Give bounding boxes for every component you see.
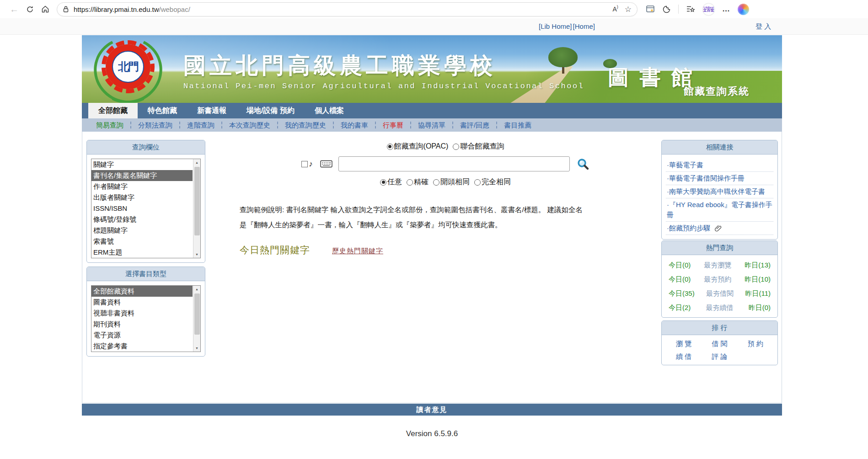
- reader-feedback-bar[interactable]: 讀者意見: [82, 404, 782, 416]
- search-fields-listbox[interactable]: 關鍵字 書刊名/集叢名關鍵字 作者關鍵字 出版者關鍵字 ISSN/ISBN 條碼…: [91, 159, 201, 258]
- main-tabbar: 全部館藏 特色館藏 新書通報 場地/設備 預約 個人檔案: [82, 103, 782, 118]
- scroll-thumb[interactable]: [194, 167, 200, 235]
- tab-personal-file[interactable]: 個人檔案: [305, 103, 354, 118]
- subnav-my-search-history[interactable]: 我的查詢歷史: [278, 122, 334, 128]
- favorites-bar-icon[interactable]: [646, 5, 655, 13]
- login-link[interactable]: 登 入: [755, 22, 771, 31]
- list-item[interactable]: 視聽非書資料: [91, 308, 193, 319]
- search-icon[interactable]: [577, 158, 589, 171]
- subnav-session-history[interactable]: 本次查詢歷史: [222, 122, 278, 128]
- subnav-classification-search[interactable]: 分類法查詢: [131, 122, 180, 128]
- scroll-down-icon[interactable]: ▼: [193, 345, 200, 352]
- today-browse-link[interactable]: 今日(0): [669, 258, 691, 272]
- list-item-selected[interactable]: 書刊名/集叢名關鍵字: [91, 170, 193, 181]
- radio-union-search[interactable]: 聯合館藏查詢: [453, 142, 504, 151]
- today-hot-keywords-link[interactable]: 今日熱門關鍵字: [240, 244, 310, 256]
- list-item-selected[interactable]: 全部館藏資料: [91, 286, 193, 297]
- url-text[interactable]: https://library.pmai.tn.edu.tw/webopac/: [74, 5, 612, 13]
- school-name-english: National Pei-men Senior Agricultural and…: [183, 82, 584, 91]
- related-link-airiti-manual[interactable]: ·華藝電子書借閱操作手冊: [666, 172, 773, 185]
- hot-queries-title: 熱門查詢: [662, 241, 777, 255]
- radio-opac-search[interactable]: 館藏查詢(OPAC): [387, 142, 449, 151]
- rank-renew-link[interactable]: 續 借: [666, 352, 702, 361]
- subnav-calendar[interactable]: 行事曆: [376, 122, 411, 128]
- list-item[interactable]: 出版者關鍵字: [91, 192, 193, 203]
- history-hot-keywords-link[interactable]: 歷史熱門關鍵字: [332, 247, 383, 256]
- rankings-panel: 排 行 瀏 覽 借 閱 預 約 續 借 評 論: [661, 320, 778, 365]
- subnav-simple-search[interactable]: 簡易查詢: [89, 122, 131, 128]
- subnav-advanced-search[interactable]: 進階查詢: [180, 122, 222, 128]
- home-link[interactable]: [Home]: [573, 22, 595, 30]
- yesterday-borrow-link[interactable]: 昨日(11): [745, 286, 771, 300]
- back-icon[interactable]: ←: [6, 2, 22, 16]
- radio-match-identical[interactable]: 完全相同: [474, 177, 511, 187]
- subnav-search-assist-list[interactable]: 協尋清單: [411, 122, 453, 128]
- catalog-system-title: 館藏查詢系統: [684, 85, 750, 98]
- voice-checkbox[interactable]: [301, 161, 308, 167]
- collections-icon[interactable]: [686, 5, 695, 13]
- scrollbar[interactable]: ▲ ▼: [193, 159, 200, 258]
- today-reserve-link[interactable]: 今日(0): [669, 272, 691, 286]
- subnav: 簡易查詢 分類法查詢 進階查詢 本次查詢歷史 我的查詢歷史 我的書車 行事曆 協…: [82, 118, 782, 132]
- tab-new-books[interactable]: 新書通報: [187, 103, 236, 118]
- radio-match-any[interactable]: 任意: [380, 177, 402, 187]
- today-borrow-link[interactable]: 今日(35): [669, 286, 695, 300]
- doc-types-listbox[interactable]: 全部館藏資料 圖書資料 視聽非書資料 期刊資料 電子資源 指定參考書 ▲ ▼: [91, 285, 201, 352]
- yesterday-reserve-link[interactable]: 昨日(10): [745, 272, 771, 286]
- radio-icon[interactable]: [453, 144, 459, 150]
- home-icon[interactable]: [38, 2, 53, 16]
- yesterday-renew-link[interactable]: 昨日(0): [749, 300, 771, 315]
- list-item[interactable]: 圖書資料: [91, 297, 193, 308]
- radio-match-begins-with[interactable]: 開頭相同: [433, 177, 470, 187]
- refresh-icon[interactable]: [22, 2, 38, 16]
- address-bar[interactable]: https://library.pmai.tn.edu.tw/webopac/ …: [57, 2, 638, 16]
- related-link-hyread-manual[interactable]: ·『HY Read ebook』電子書操作手冊: [666, 198, 773, 222]
- list-item[interactable]: 指定參考書: [91, 341, 193, 352]
- subnav-book-recommendation[interactable]: 書目推薦: [497, 122, 538, 128]
- read-aloud-icon[interactable]: A): [612, 5, 618, 13]
- rank-borrow-link[interactable]: 借 閱: [702, 340, 737, 348]
- list-item[interactable]: 作者關鍵字: [91, 181, 193, 192]
- list-item[interactable]: 條碼號/登錄號: [91, 214, 193, 225]
- list-item[interactable]: 索書號: [91, 236, 193, 247]
- scroll-up-icon[interactable]: ▲: [193, 286, 200, 293]
- school-logo: 北門: [96, 37, 161, 101]
- scroll-down-icon[interactable]: ▼: [193, 251, 200, 258]
- list-item[interactable]: 電子資源: [91, 330, 193, 341]
- libbest-extension-icon[interactable]: LibBest 立百世: [702, 3, 715, 16]
- keyboard-icon[interactable]: [320, 160, 332, 168]
- rank-review-link[interactable]: 評 論: [702, 352, 737, 361]
- radio-icon[interactable]: [387, 144, 393, 150]
- scrollbar[interactable]: ▲ ▼: [193, 286, 200, 352]
- list-item[interactable]: 關鍵字: [91, 159, 193, 170]
- list-item[interactable]: ISSN/ISBN: [91, 203, 193, 214]
- copilot-icon[interactable]: [738, 4, 749, 15]
- today-renew-link[interactable]: 今日(2): [669, 300, 691, 315]
- browser-menu-icon[interactable]: …: [722, 5, 730, 14]
- related-link-reservation-steps[interactable]: ·館藏預約步驟: [666, 222, 773, 235]
- list-item[interactable]: 標題關鍵字: [91, 225, 193, 236]
- favorite-star-icon[interactable]: ☆: [625, 5, 632, 14]
- scroll-thumb[interactable]: [194, 294, 200, 335]
- radio-icon[interactable]: [380, 179, 386, 186]
- subnav-reviews[interactable]: 書評/回應: [453, 122, 497, 128]
- lib-home-link[interactable]: [Lib Home]: [539, 22, 572, 30]
- tab-featured-collections[interactable]: 特色館藏: [138, 103, 187, 118]
- list-item[interactable]: 期刊資料: [91, 319, 193, 330]
- subnav-my-book-cart[interactable]: 我的書車: [334, 122, 376, 128]
- radio-icon[interactable]: [474, 179, 481, 186]
- tab-venue-reservation[interactable]: 場地/設備 預約: [236, 103, 305, 118]
- tab-all-collections[interactable]: 全部館藏: [88, 103, 138, 118]
- radio-icon[interactable]: [407, 179, 413, 186]
- list-item[interactable]: ERM主題: [91, 247, 193, 258]
- rank-reserve-link[interactable]: 預 約: [738, 340, 773, 348]
- rank-browse-link[interactable]: 瀏 覽: [666, 340, 702, 348]
- related-link-airiti-ebook[interactable]: ·華藝電子書: [666, 159, 773, 172]
- search-input[interactable]: [338, 156, 570, 171]
- radio-match-exact[interactable]: 精確: [407, 177, 429, 187]
- extensions-icon[interactable]: [662, 5, 671, 14]
- yesterday-browse-link[interactable]: 昨日(13): [745, 258, 771, 272]
- scroll-up-icon[interactable]: ▲: [193, 159, 200, 166]
- related-link-nanhua-ebook[interactable]: ·南華大學贊助高中職伙伴電子書: [666, 185, 773, 198]
- radio-icon[interactable]: [433, 179, 439, 186]
